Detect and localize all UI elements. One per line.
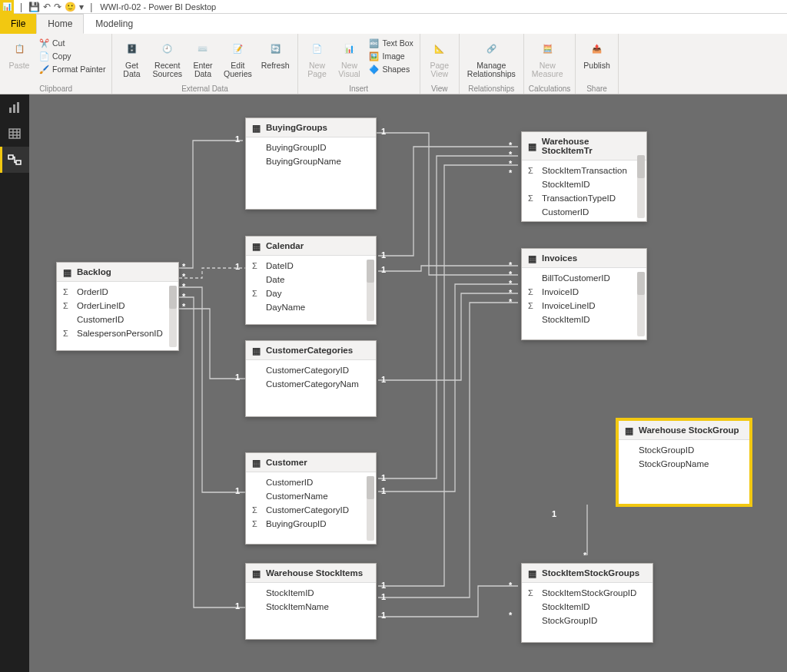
table-field[interactable]: StockItemName (246, 600, 376, 614)
table-title: Calendar (266, 241, 304, 250)
table-customercategories[interactable]: ▦CustomerCategories CustomerCategoryIDCu… (245, 340, 377, 417)
redo-icon[interactable]: ↷ (54, 2, 61, 12)
table-warehouse-stockitems[interactable]: ▦Warehouse StockItems StockItemIDStockIt… (245, 563, 377, 640)
data-view-button[interactable] (0, 121, 29, 147)
titlebar: 📊 | 💾 ↶ ↷ 🙂 ▾ | WWI-r0-02 - Power BI Des… (0, 0, 787, 14)
table-scrollbar[interactable] (169, 286, 177, 347)
table-field[interactable]: Date (246, 273, 376, 286)
table-stockitemstockgroups[interactable]: ▦StockItemStockGroups ΣStockItemStockGro… (521, 563, 653, 643)
table-title: CustomerCategories (266, 346, 353, 355)
table-scrollbar[interactable] (637, 155, 645, 218)
table-title: BuyingGroups (266, 123, 327, 132)
table-field[interactable]: BillToCustomerID (522, 271, 646, 285)
cardinality-many: * (182, 272, 185, 281)
table-customer[interactable]: ▦Customer CustomerIDCustomerNameΣCustome… (245, 452, 377, 545)
get-data-button[interactable]: 🗄️Get Data (117, 35, 146, 80)
table-field[interactable]: StockItemID (522, 313, 646, 326)
report-view-button[interactable] (0, 94, 29, 121)
table-field[interactable]: ΣInvoiceLineID (522, 299, 646, 313)
cardinality-one: 1 (235, 134, 240, 144)
view-switcher (0, 94, 29, 672)
home-tab[interactable]: Home (36, 14, 84, 34)
table-field[interactable]: ΣStockItemTransaction (522, 164, 646, 177)
ribbon-group-share: 📤Publish Share (576, 34, 618, 94)
feedback-icon[interactable]: 🙂 (65, 2, 76, 12)
refresh-button[interactable]: 🔄Refresh (258, 35, 293, 71)
model-view-button[interactable] (0, 147, 29, 173)
table-backlog[interactable]: ▦Backlog ΣOrderIDΣOrderLineIDCustomerIDΣ… (56, 262, 179, 351)
relationship-canvas[interactable]: ▦Backlog ΣOrderIDΣOrderLineIDCustomerIDΣ… (29, 94, 787, 672)
table-field[interactable]: CustomerID (57, 313, 178, 326)
paste-button[interactable]: 📋 Paste (5, 35, 34, 71)
field-name: Day (266, 289, 281, 298)
undo-icon[interactable]: ↶ (43, 2, 51, 12)
table-field[interactable]: ΣTransactionTypeID (522, 191, 646, 205)
field-name: CustomerID (77, 315, 124, 324)
recent-sources-button[interactable]: 🕘Recent Sources (149, 35, 185, 80)
table-warehouse-stockgroup[interactable]: ▦Warehouse StockGroup StockGroupIDStockG… (618, 420, 750, 505)
cardinality-one: 1 (381, 473, 386, 482)
table-field[interactable]: StockItemID (522, 600, 653, 614)
table-field[interactable]: ΣSalespersonPersonID (57, 326, 178, 340)
modeling-tab[interactable]: Modeling (84, 14, 144, 34)
file-tab[interactable]: File (0, 14, 36, 34)
table-field[interactable]: StockGroupID (522, 614, 653, 627)
table-field[interactable]: CustomerName (246, 489, 376, 503)
table-field[interactable]: ΣOrderLineID (57, 299, 178, 313)
ribbon: 📋 Paste ✂️Cut 📄Copy 🖌️Format Painter Cli… (0, 34, 787, 94)
text-box-icon: 🔤 (369, 38, 380, 48)
page-view-button[interactable]: 📐Page View (425, 35, 454, 80)
svg-rect-2 (17, 102, 19, 113)
app-icon: 📊 (0, 0, 14, 14)
table-field[interactable]: BuyingGroupName (246, 154, 376, 168)
image-label: Image (383, 51, 405, 61)
table-field[interactable]: CustomerID (246, 475, 376, 489)
cardinality-one: 1 (381, 265, 386, 274)
table-buyinggroups[interactable]: ▦BuyingGroups BuyingGroupIDBuyingGroupNa… (245, 118, 377, 210)
qat-more-icon[interactable]: ▾ (79, 2, 84, 12)
field-name: StockItemID (542, 602, 590, 611)
manage-relationships-button[interactable]: 🔗Manage Relationships (464, 35, 519, 80)
enter-data-button[interactable]: ⌨️Enter Data (188, 35, 218, 80)
table-field[interactable]: DayName (246, 300, 376, 314)
table-calendar[interactable]: ▦Calendar ΣDateIDDateΣDayDayName (245, 236, 377, 325)
table-field[interactable]: StockItemID (522, 177, 646, 191)
table-field[interactable]: CustomerCategoryNam (246, 377, 376, 391)
table-field[interactable]: StockItemID (246, 586, 376, 600)
table-field[interactable]: ΣOrderID (57, 285, 178, 299)
sigma-icon: Σ (528, 166, 533, 175)
field-name: InvoiceID (542, 287, 579, 296)
table-field[interactable]: ΣStockItemStockGroupID (522, 586, 653, 600)
table-field[interactable]: CustomerCategoryID (246, 363, 376, 377)
field-name: StockItemID (266, 588, 314, 598)
table-field[interactable]: StockGroupName (619, 457, 749, 471)
table-scrollbar[interactable] (637, 272, 645, 336)
table-warehouse-stockitemtr[interactable]: ▦Warehouse StockItemTr ΣStockItemTransac… (521, 131, 647, 222)
format-painter-label: Format Painter (52, 65, 105, 74)
table-scrollbar[interactable] (367, 260, 374, 321)
new-visual-button[interactable]: 📊New Visual (335, 35, 364, 80)
format-painter-button[interactable]: 🖌️Format Painter (37, 63, 107, 75)
copy-button[interactable]: 📄Copy (37, 50, 107, 62)
table-field[interactable]: ΣCustomerCategoryID (246, 503, 376, 517)
table-field[interactable]: ΣDay (246, 286, 376, 300)
text-box-button[interactable]: 🔤Text Box (367, 37, 415, 49)
table-field[interactable]: ΣBuyingGroupID (246, 517, 376, 531)
cut-button[interactable]: ✂️Cut (37, 37, 107, 49)
new-page-button[interactable]: 📄New Page (303, 35, 332, 80)
table-field[interactable]: CustomerID (522, 205, 646, 219)
shapes-button[interactable]: 🔷Shapes (367, 63, 415, 75)
sigma-icon: Σ (252, 505, 257, 515)
table-field[interactable]: StockGroupID (619, 443, 749, 457)
table-field[interactable]: ΣDateID (246, 259, 376, 273)
publish-button[interactable]: 📤Publish (580, 35, 613, 71)
save-icon[interactable]: 💾 (28, 2, 40, 12)
table-field[interactable]: BuyingGroupID (246, 141, 376, 154)
table-field[interactable]: ΣInvoiceID (522, 285, 646, 299)
new-measure-button[interactable]: 🧮New Measure (529, 35, 566, 80)
image-button[interactable]: 🖼️Image (367, 50, 415, 62)
table-invoices[interactable]: ▦Invoices BillToCustomerIDΣInvoiceIDΣInv… (521, 248, 647, 340)
field-name: StockItemStockGroupID (542, 588, 636, 598)
table-scrollbar[interactable] (367, 476, 374, 541)
edit-queries-button[interactable]: 📝Edit Queries (221, 35, 255, 80)
